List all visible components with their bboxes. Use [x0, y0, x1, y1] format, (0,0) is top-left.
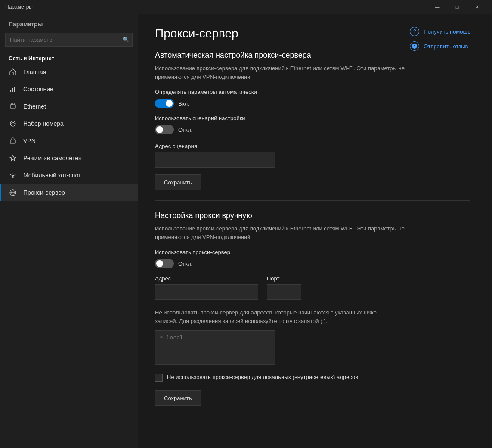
- get-help-icon: ?: [410, 27, 419, 36]
- auto-detect-toggle[interactable]: [155, 99, 174, 108]
- manual-section-title: Настройка прокси вручную: [155, 211, 470, 220]
- content-area: ? Получить помощь Отправить отзыв Прокси…: [138, 14, 492, 448]
- titlebar: Параметры — □ ✕: [0, 0, 492, 14]
- svg-point-7: [10, 121, 15, 126]
- scenario-address-section: Адрес сценария: [155, 143, 470, 168]
- ethernet-icon: [9, 102, 17, 111]
- svg-rect-2: [14, 87, 15, 92]
- address-input[interactable]: [155, 284, 258, 300]
- scenario-address-input[interactable]: [155, 152, 275, 168]
- app-body: Параметры 🔍 Сеть и Интернет Главная: [0, 14, 492, 448]
- feedback-icon: [410, 41, 419, 51]
- status-icon: [9, 85, 17, 93]
- port-label: Порт: [267, 275, 301, 282]
- exclusion-input-wrap: [155, 330, 470, 367]
- scenario-toggle[interactable]: [155, 125, 174, 134]
- proxy-toggle-label: Откл.: [178, 261, 192, 267]
- dialup-icon: [9, 119, 17, 128]
- titlebar-controls: — □ ✕: [427, 0, 487, 14]
- svg-point-9: [12, 176, 14, 178]
- sidebar-item-hotspot[interactable]: Мобильный хот-спот: [0, 167, 138, 184]
- auto-detect-toggle-knob: [166, 100, 173, 107]
- auto-section-desc: Использование прокси-сервера для подключ…: [155, 64, 405, 81]
- hotspot-icon: [9, 171, 17, 180]
- port-input[interactable]: [267, 284, 301, 300]
- sidebar-item-hotspot-label: Мобильный хот-спот: [23, 172, 81, 179]
- get-help-label: Получить помощь: [424, 28, 470, 35]
- svg-rect-8: [10, 140, 15, 143]
- sidebar-item-vpn-label: VPN: [23, 137, 36, 144]
- manual-section-desc: Использование прокси-сервера для подключ…: [155, 224, 405, 241]
- titlebar-title: Параметры: [5, 4, 427, 10]
- local-checkbox-row: Не использовать прокси-сервер для локаль…: [155, 373, 396, 382]
- scenario-section: Использовать сценарий настройки Откл.: [155, 115, 470, 134]
- auto-save-button[interactable]: Сохранить: [155, 174, 201, 190]
- local-checkbox[interactable]: [155, 374, 163, 382]
- maximize-button[interactable]: □: [447, 0, 467, 14]
- help-panel: ? Получить помощь Отправить отзыв: [410, 27, 470, 51]
- search-box: 🔍: [5, 33, 133, 47]
- sidebar-item-status-label: Состояние: [23, 86, 53, 93]
- scenario-toggle-label: Откл.: [178, 127, 192, 133]
- svg-rect-1: [12, 88, 13, 92]
- sidebar-item-dialup-label: Набор номера: [23, 120, 64, 127]
- proxy-use-label: Использовать прокси-сервер: [155, 249, 470, 255]
- scenario-label: Использовать сценарий настройки: [155, 115, 470, 121]
- sidebar-item-ethernet[interactable]: Ethernet: [0, 98, 138, 115]
- sidebar-item-proxy[interactable]: Прокси-сервер: [0, 184, 138, 201]
- address-port-group: Адрес Порт: [155, 275, 470, 300]
- sidebar-item-proxy-label: Прокси-сервер: [23, 189, 65, 196]
- close-button[interactable]: ✕: [467, 0, 487, 14]
- sidebar-item-home-label: Главная: [23, 68, 46, 75]
- sidebar-section-label: Сеть и Интернет: [0, 52, 138, 63]
- feedback-link[interactable]: Отправить отзыв: [410, 41, 470, 51]
- sidebar-item-ethernet-label: Ethernet: [23, 103, 46, 110]
- address-field-block: Адрес: [155, 275, 258, 300]
- search-icon: 🔍: [123, 37, 129, 43]
- proxy-icon: [9, 188, 17, 197]
- sidebar: Параметры 🔍 Сеть и Интернет Главная: [0, 14, 138, 448]
- sidebar-item-airplane-label: Режим «в самолёте»: [23, 155, 82, 162]
- get-help-link[interactable]: ? Получить помощь: [410, 27, 470, 36]
- auto-detect-label: Определять параметры автоматически: [155, 89, 470, 95]
- auto-detect-toggle-row: Вкл.: [155, 99, 470, 108]
- feedback-label: Отправить отзыв: [424, 43, 468, 50]
- exclusion-textarea[interactable]: [155, 330, 275, 365]
- airplane-icon: [9, 154, 17, 162]
- home-icon: [9, 68, 17, 76]
- section-divider: [155, 200, 470, 201]
- scenario-address-label: Адрес сценария: [155, 143, 470, 149]
- port-field-block: Порт: [267, 275, 301, 300]
- scenario-toggle-knob: [156, 126, 163, 133]
- sidebar-item-home[interactable]: Главная: [0, 63, 138, 81]
- proxy-toggle-row: Откл.: [155, 259, 470, 268]
- minimize-button[interactable]: —: [427, 0, 447, 14]
- sidebar-item-dialup[interactable]: Набор номера: [0, 115, 138, 132]
- scenario-toggle-row: Откл.: [155, 125, 470, 134]
- sidebar-item-status[interactable]: Состояние: [0, 81, 138, 98]
- address-label: Адрес: [155, 275, 258, 282]
- auto-detect-toggle-label: Вкл.: [178, 100, 189, 107]
- proxy-toggle-knob: [156, 260, 163, 267]
- search-input[interactable]: [5, 33, 133, 47]
- sidebar-item-vpn[interactable]: VPN: [0, 132, 138, 149]
- svg-rect-3: [10, 105, 15, 108]
- sidebar-item-airplane[interactable]: Режим «в самолёте»: [0, 149, 138, 167]
- manual-save-button[interactable]: Сохранить: [155, 390, 201, 406]
- svg-rect-0: [10, 90, 11, 92]
- exclusion-desc: Не использовать прокси-сервер для адресо…: [155, 308, 396, 325]
- proxy-toggle[interactable]: [155, 259, 174, 268]
- sidebar-header: Параметры: [0, 14, 138, 33]
- auto-section-title: Автоматическая настройка прокси-сервера: [155, 51, 470, 60]
- local-checkbox-label: Не использовать прокси-сервер для локаль…: [167, 373, 358, 381]
- vpn-icon: [9, 137, 17, 145]
